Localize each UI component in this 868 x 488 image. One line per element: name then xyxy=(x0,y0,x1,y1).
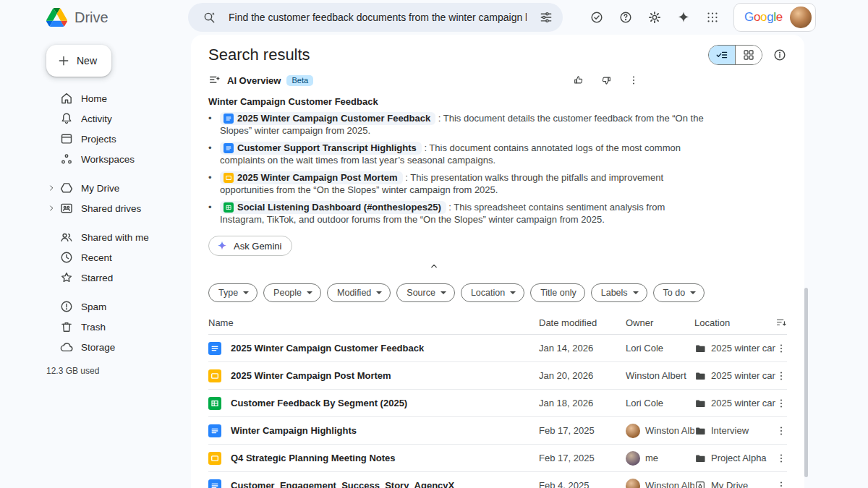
thumbs-up-button[interactable] xyxy=(573,74,584,86)
sidebar-item-shared-with-me[interactable]: Shared with me xyxy=(46,227,191,247)
table-header: Name Date modified Owner Location xyxy=(208,311,787,335)
chevron-right-icon[interactable] xyxy=(46,183,56,193)
row-menu-button[interactable] xyxy=(775,425,787,437)
bullet xyxy=(208,201,214,226)
list-view-check-icon xyxy=(715,48,728,61)
ai-search-icon[interactable] xyxy=(198,7,220,28)
home-icon xyxy=(59,91,74,106)
list-view-toggle[interactable] xyxy=(709,46,736,64)
sidebar-item-home[interactable]: Home xyxy=(46,88,191,108)
help-button[interactable] xyxy=(613,5,638,30)
filter-chip-source[interactable]: Source xyxy=(396,283,455,302)
file-chip[interactable]: 2025 Winter Campaign Customer Feedback xyxy=(220,112,435,125)
check-circle-button[interactable] xyxy=(584,5,609,30)
sidebar-item-trash[interactable]: Trash xyxy=(46,317,191,337)
new-button[interactable]: New xyxy=(46,45,111,77)
sidebar-item-label: Shared drives xyxy=(81,203,141,214)
location[interactable]: 2025 winter cam xyxy=(694,343,775,354)
folder-icon xyxy=(694,343,706,354)
owner: Lori Cole xyxy=(626,398,694,408)
date-modified: Feb 17, 2025 xyxy=(539,425,626,436)
column-header-location[interactable]: Location xyxy=(694,317,775,328)
ai-overview-item: Customer Support Transcript Highlights :… xyxy=(208,142,709,166)
vertical-scrollbar[interactable] xyxy=(804,288,808,477)
location[interactable]: 2025 winter cam xyxy=(694,398,775,409)
ai-overview-item: 2025 Winter Campaign Customer Feedback :… xyxy=(208,112,709,137)
thumbs-down-button[interactable] xyxy=(600,74,612,86)
topbar-actions xyxy=(584,5,725,30)
main-panel: Search results AI Overview Beta xyxy=(191,35,804,488)
search-filters-icon[interactable] xyxy=(535,7,557,28)
collapse-ai-overview-button[interactable] xyxy=(427,259,441,273)
cloud-icon xyxy=(59,340,74,354)
file-chip[interactable]: Social Listening Dashboard (#ontheslopes… xyxy=(220,201,446,214)
chevron-right-icon[interactable] xyxy=(46,203,56,213)
sidebar-item-recent[interactable]: Recent xyxy=(46,247,191,267)
sidebar-item-label: Spam xyxy=(81,301,106,312)
more-vert-icon xyxy=(775,343,787,354)
settings-button[interactable] xyxy=(642,5,667,30)
search-bar[interactable] xyxy=(188,3,563,32)
caret-down-icon xyxy=(510,291,516,294)
row-menu-button[interactable] xyxy=(775,370,787,382)
sidebar-item-shared-drives[interactable]: Shared drives xyxy=(46,198,191,218)
filter-chip-labels[interactable]: Labels xyxy=(591,283,647,302)
caret-down-icon xyxy=(633,291,639,294)
file-row[interactable]: Q4 Strategic Planning Meeting Notes Feb … xyxy=(208,445,787,472)
filter-chip-type[interactable]: Type xyxy=(208,283,258,302)
shared-drives-icon xyxy=(59,201,74,215)
profile-avatar[interactable] xyxy=(790,7,812,28)
location[interactable]: Interview xyxy=(694,425,775,437)
sidebar-item-storage[interactable]: Storage xyxy=(46,337,191,357)
location[interactable]: My Drive xyxy=(694,480,775,488)
column-header-name[interactable]: Name xyxy=(208,317,539,328)
search-input[interactable] xyxy=(227,11,528,24)
gemini-button[interactable] xyxy=(671,5,696,30)
apps-grid-button[interactable] xyxy=(700,5,725,30)
filter-chip-to-do[interactable]: To do xyxy=(653,283,705,302)
sidebar-item-label: Shared with me xyxy=(81,232,149,243)
sidebar-item-spam[interactable]: Spam xyxy=(46,296,191,317)
row-menu-button[interactable] xyxy=(775,453,787,464)
folder-icon xyxy=(694,453,706,464)
sort-icon xyxy=(775,317,787,328)
row-menu-button[interactable] xyxy=(775,343,787,354)
storage-used-label: 12.3 GB used xyxy=(46,366,191,376)
caret-down-icon xyxy=(307,291,312,294)
google-drive-app: Drive Google New Home xyxy=(0,0,868,488)
file-row[interactable]: Winter Campaign Highlights Feb 17, 2025 … xyxy=(208,417,787,445)
column-header-modified[interactable]: Date modified xyxy=(539,317,626,328)
sidebar-item-activity[interactable]: Activity xyxy=(46,108,191,129)
location[interactable]: Project Alpha xyxy=(694,453,775,464)
row-menu-button[interactable] xyxy=(775,398,787,409)
filter-chip-people[interactable]: People xyxy=(263,283,321,302)
file-row[interactable]: Customer Feedback By Segment (2025) Jan … xyxy=(208,390,787,417)
filter-chip-modified[interactable]: Modified xyxy=(327,283,391,302)
file-row[interactable]: 2025 Winter Campaign Post Mortem Jan 20,… xyxy=(208,362,787,390)
ai-overview-menu-button[interactable] xyxy=(628,74,639,86)
ask-gemini-button[interactable]: Ask Gemini xyxy=(208,236,292,256)
drive-logo-icon xyxy=(46,8,67,27)
sort-button[interactable] xyxy=(775,317,787,328)
file-chip[interactable]: Customer Support Transcript Highlights xyxy=(220,142,422,155)
file-row[interactable]: 2025 Winter Campaign Customer Feedback J… xyxy=(208,335,787,362)
bullet xyxy=(208,171,214,196)
sidebar-item-my-drive[interactable]: My Drive xyxy=(46,178,191,198)
row-menu-button[interactable] xyxy=(775,480,787,488)
view-details-button[interactable] xyxy=(773,48,787,62)
slides-icon xyxy=(208,369,221,382)
filter-chip-location[interactable]: Location xyxy=(461,283,524,302)
sidebar-item-projects[interactable]: Projects xyxy=(46,129,191,149)
file-chip[interactable]: 2025 Winter Campaign Post Mortem xyxy=(220,171,403,184)
grid-view-toggle[interactable] xyxy=(736,46,762,64)
gear-icon xyxy=(647,10,662,25)
view-controls xyxy=(708,45,787,65)
sidebar-item-starred[interactable]: Starred xyxy=(46,267,191,288)
account-switcher[interactable]: Google xyxy=(733,3,816,32)
file-row[interactable]: Customer_Engagement_Success_Story_Agency… xyxy=(208,472,787,488)
location[interactable]: 2025 winter cam xyxy=(694,370,775,382)
drive-home-link[interactable]: Drive xyxy=(46,8,188,27)
sidebar-item-workspaces[interactable]: My DriveWorkspaces xyxy=(46,149,191,169)
column-header-owner[interactable]: Owner xyxy=(626,317,694,328)
filter-ch2ip-title-only[interactable]: Title only xyxy=(530,283,585,302)
